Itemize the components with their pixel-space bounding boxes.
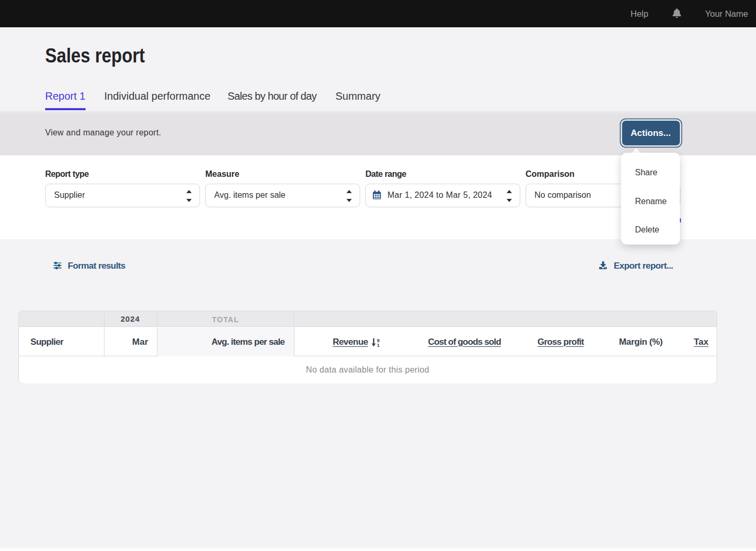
svg-text:1: 1: [377, 343, 380, 347]
